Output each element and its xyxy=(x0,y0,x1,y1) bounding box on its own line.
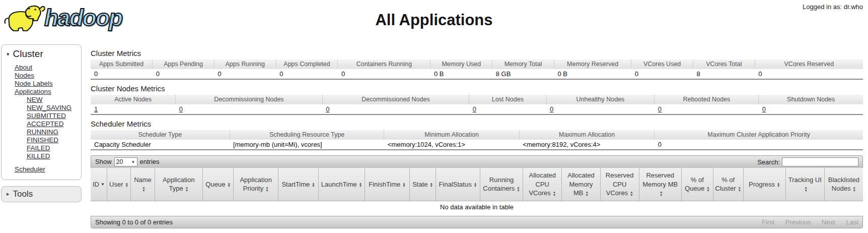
sidebar-item-node-labels[interactable]: Node Labels xyxy=(15,80,81,88)
apps-pending-value: 0 xyxy=(153,69,214,80)
scheduler-metrics-heading: Scheduler Metrics xyxy=(91,120,863,128)
col-decommissioned-nodes: Decommissioned Nodes xyxy=(322,95,469,104)
col-unhealthy-nodes: Unhealthy Nodes xyxy=(546,95,655,104)
active-nodes-link[interactable]: 1 xyxy=(94,105,98,113)
col-header-allocated-cpu-vcores[interactable]: Allocated CPU VCores xyxy=(523,168,562,201)
apps-submitted-value: 0 xyxy=(91,69,153,80)
cluster-metrics-heading: Cluster Metrics xyxy=(91,49,863,57)
col-header-reserved-memory-mb[interactable]: Reserved Memory MB xyxy=(639,168,681,201)
col-header-application-priority[interactable]: Application Priority xyxy=(234,168,278,201)
col-header-finalstatus[interactable]: FinalStatus xyxy=(436,168,480,201)
sort-both-icon xyxy=(658,189,663,197)
sidebar-item-state-accepted[interactable]: ACCEPTED xyxy=(27,120,81,128)
sidebar-item-scheduler[interactable]: Scheduler xyxy=(15,165,81,173)
sidebar-item-applications[interactable]: Applications xyxy=(15,88,81,96)
col-header-launchtime[interactable]: LaunchTime xyxy=(318,168,365,201)
sidebar-item-state-new-saving[interactable]: NEW_SAVING xyxy=(27,104,81,112)
tools-nav-header[interactable]: ▸Tools xyxy=(1,186,82,202)
unhealthy-nodes-link[interactable]: 0 xyxy=(550,105,553,113)
max-cluster-app-priority-value: 0 xyxy=(655,140,863,150)
col-active-nodes: Active Nodes xyxy=(91,95,176,104)
last-page-button[interactable]: Last xyxy=(846,218,858,226)
col-header-pct-of-queue[interactable]: % of Queue xyxy=(681,168,713,201)
show-label: Show xyxy=(95,158,112,165)
col-header-state[interactable]: State xyxy=(409,168,436,201)
maximum-allocation-value: <memory:8192, vCores:4> xyxy=(519,140,654,150)
apps-running-value: 0 xyxy=(214,69,276,80)
previous-page-button[interactable]: Previous xyxy=(785,218,811,226)
vcores-reserved-value: 0 xyxy=(755,69,863,80)
col-header-reserved-cpu-vcores[interactable]: Reserved CPU VCores xyxy=(600,168,639,201)
sort-both-icon xyxy=(183,185,188,192)
sidebar-item-state-running[interactable]: RUNNING xyxy=(27,128,81,136)
sort-both-icon xyxy=(357,181,362,188)
sidebar-item-state-killed[interactable]: KILLED xyxy=(27,152,81,160)
col-header-id[interactable]: ID xyxy=(91,168,107,201)
cluster-nav-header[interactable]: ▾Cluster xyxy=(2,45,81,64)
col-header-finishtime[interactable]: FinishTime xyxy=(365,168,410,201)
scheduling-resource-type-value: [memory-mb (unit=Mi), vcores] xyxy=(230,140,384,150)
col-header-allocated-memory-mb[interactable]: Allocated Memory MB xyxy=(562,168,601,201)
col-max-cluster-app-priority: Maximum Cluster Application Priority xyxy=(655,130,863,140)
scheduler-type-value: Capacity Scheduler xyxy=(91,140,230,150)
cluster-metrics-table: Apps Submitted Apps Pending Apps Running… xyxy=(91,60,863,80)
sort-both-icon xyxy=(803,185,808,192)
search-control: Search: xyxy=(757,157,858,166)
col-header-application-type[interactable]: Application Type xyxy=(155,168,202,201)
sidebar-item-state-failed[interactable]: FAILED xyxy=(27,144,81,152)
search-label: Search: xyxy=(757,158,780,166)
col-apps-submitted: Apps Submitted xyxy=(91,60,153,69)
page-length-select[interactable]: 20▼ xyxy=(114,157,137,166)
decommissioned-nodes-link[interactable]: 0 xyxy=(326,105,329,113)
col-containers-running: Containers Running xyxy=(338,60,430,69)
minimum-allocation-value: <memory:1024, vCores:1> xyxy=(384,140,519,150)
lost-nodes-link[interactable]: 0 xyxy=(473,105,476,113)
page-length-value: 20 xyxy=(116,158,123,165)
memory-reserved-value: 0 B xyxy=(554,69,631,80)
col-header-progress[interactable]: Progress xyxy=(743,168,785,201)
sort-both-icon xyxy=(263,185,268,192)
sidebar: ▾Cluster About Nodes Node Labels Applica… xyxy=(1,44,82,202)
col-header-user[interactable]: User xyxy=(107,168,131,201)
sidebar-item-about[interactable]: About xyxy=(15,64,81,72)
shutdown-nodes-link[interactable]: 0 xyxy=(762,105,766,113)
decommissioning-nodes-link[interactable]: 0 xyxy=(179,105,183,113)
rebooted-nodes-link[interactable]: 0 xyxy=(658,105,662,113)
col-header-pct-of-cluster[interactable]: % of Cluster xyxy=(713,168,743,201)
scheduler-metrics-table: Scheduler Type Scheduling Resource Type … xyxy=(91,130,863,150)
col-header-starttime[interactable]: StartTime xyxy=(278,168,319,201)
sort-both-icon xyxy=(850,185,855,192)
col-header-tracking-ui[interactable]: Tracking UI xyxy=(785,168,824,201)
col-header-name[interactable]: Name xyxy=(131,168,155,201)
sidebar-item-nodes[interactable]: Nodes xyxy=(15,72,81,80)
col-header-blacklisted-nodes[interactable]: Blacklisted Nodes xyxy=(824,168,863,201)
col-vcores-used: VCores Used xyxy=(631,60,693,69)
sort-both-icon xyxy=(551,189,556,197)
col-memory-total: Memory Total xyxy=(492,60,554,69)
sort-both-icon xyxy=(775,181,780,188)
first-page-button[interactable]: First xyxy=(762,218,774,226)
sort-both-icon xyxy=(225,181,230,188)
search-input[interactable] xyxy=(782,157,858,166)
col-shutdown-nodes: Shutdown Nodes xyxy=(759,95,863,104)
memory-used-value: 0 B xyxy=(430,69,492,80)
sort-both-icon xyxy=(736,185,741,192)
col-memory-used: Memory Used xyxy=(430,60,492,69)
page-length-control: Show20▼entries xyxy=(95,157,160,166)
sidebar-item-state-finished[interactable]: FINISHED xyxy=(27,136,81,144)
hadoop-logo[interactable]: hadoop xyxy=(3,2,122,33)
col-memory-reserved: Memory Reserved xyxy=(554,60,631,69)
tools-nav-title: Tools xyxy=(13,189,33,199)
containers-running-value: 0 xyxy=(338,69,430,80)
col-vcores-total: VCores Total xyxy=(693,60,755,69)
next-page-button[interactable]: Next xyxy=(822,218,835,226)
col-minimum-allocation: Minimum Allocation xyxy=(384,130,519,140)
sidebar-item-state-new[interactable]: NEW xyxy=(27,96,81,104)
col-header-queue[interactable]: Queue xyxy=(202,168,233,201)
col-header-running-containers[interactable]: Running Containers xyxy=(480,168,523,201)
col-lost-nodes: Lost Nodes xyxy=(469,95,546,104)
hadoop-wordmark: hadoop xyxy=(44,4,122,31)
table-info: Showing 0 to 0 of 0 entries xyxy=(95,218,173,226)
sort-both-icon xyxy=(628,189,633,197)
sidebar-item-state-submitted[interactable]: SUBMITTED xyxy=(27,112,81,120)
